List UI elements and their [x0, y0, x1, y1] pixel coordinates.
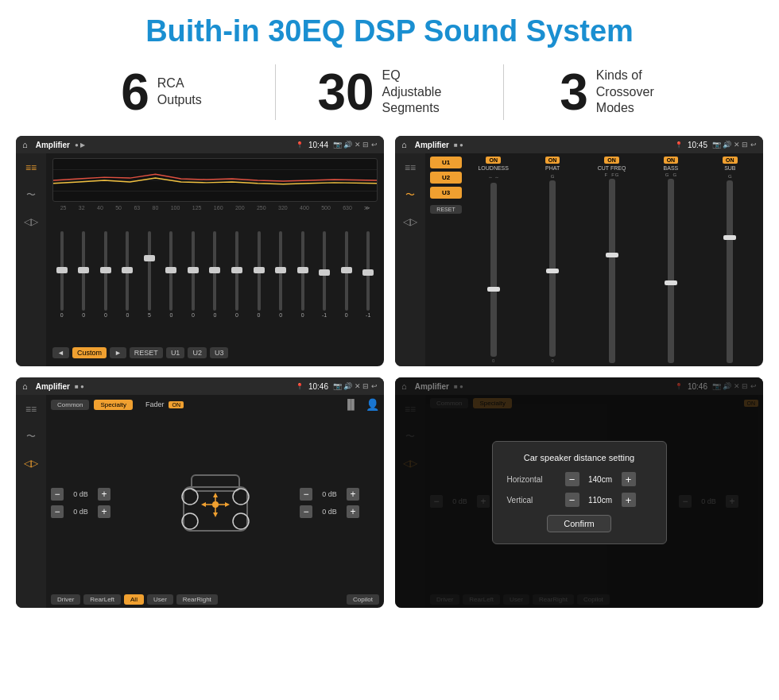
copilot-button[interactable]: Copilot	[347, 594, 379, 605]
xo-home-icon[interactable]: ⌂	[401, 140, 407, 149]
xo-reset-button[interactable]: RESET	[430, 205, 462, 214]
rl-minus-button[interactable]: −	[51, 505, 64, 518]
fr-plus-button[interactable]: +	[347, 488, 359, 501]
fader-on-badge: ON	[169, 401, 184, 408]
xo-channel-bass: ON BASS GG	[642, 157, 699, 363]
xo-channel-phat: ON PHAT G 0	[524, 157, 580, 363]
loudness-label: LOUDNESS	[478, 165, 509, 171]
eq-icon-speaker[interactable]: ◁▷	[20, 214, 42, 230]
vertical-label: Vertical	[507, 496, 559, 505]
driver-button[interactable]: Driver	[51, 594, 80, 605]
eq-play-button[interactable]: ►	[110, 347, 126, 358]
stats-row: 6 RCAOutputs 30 EQ AdjustableSegments 3 …	[0, 58, 779, 131]
fader-screen: ⌂ Amplifier ■ ● 📍 10:46 📷 🔊 ✕ ⊟ ↩ ≡≡ 〜 ◁…	[16, 377, 384, 608]
cutfreq-slider[interactable]	[609, 179, 615, 363]
eq-screen-title: Amplifier	[36, 141, 70, 149]
xo-side-icons: ≡≡ 〜 ◁▷	[395, 153, 425, 366]
rear-right-button[interactable]: RearRight	[176, 594, 218, 605]
fader-control-rl: − 0 dB +	[51, 505, 130, 518]
eq-u1-button[interactable]: U1	[166, 347, 185, 358]
fader-icon-wave[interactable]: 〜	[20, 428, 42, 444]
loudness-toggle[interactable]: ON	[486, 157, 501, 164]
xo-icon-speaker[interactable]: ◁▷	[399, 214, 421, 230]
xo-u2-button[interactable]: U2	[430, 172, 462, 184]
fl-minus-button[interactable]: −	[51, 488, 64, 501]
sub-slider[interactable]	[727, 180, 733, 363]
all-button[interactable]: All	[124, 594, 144, 605]
eq-slider-3[interactable]: 0	[118, 231, 138, 327]
cutfreq-toggle[interactable]: ON	[604, 157, 619, 164]
eq-custom-button[interactable]: Custom	[72, 347, 107, 358]
eq-u2-button[interactable]: U2	[188, 347, 207, 358]
fr-minus-button[interactable]: −	[300, 488, 312, 501]
xo-u3-button[interactable]: U3	[430, 187, 462, 199]
fader-person-icon: 👤	[366, 398, 379, 411]
eq-topbar-icons: 📷 🔊 ✕ ⊟ ↩	[333, 141, 378, 149]
bass-slider[interactable]	[668, 179, 674, 363]
stat-label-eq: EQ AdjustableSegments	[382, 68, 462, 117]
vertical-value: 110cm	[583, 496, 618, 505]
eq-graph	[52, 158, 378, 202]
svg-marker-15	[225, 502, 230, 507]
user-button[interactable]: User	[147, 594, 173, 605]
eq-u3-button[interactable]: U3	[210, 347, 229, 358]
sub-label: SUB	[724, 165, 735, 171]
xo-u1-button[interactable]: U1	[430, 157, 462, 168]
rl-db-value: 0 dB	[67, 508, 95, 516]
eq-prev-button[interactable]: ◄	[52, 347, 69, 358]
location-icon: 📍	[296, 141, 304, 149]
eq-slider-12[interactable]: -1	[315, 231, 334, 327]
eq-slider-2[interactable]: 0	[96, 231, 115, 327]
stat-number-crossover: 3	[560, 67, 588, 118]
eq-topbar: ⌂ Amplifier ● ▶ 📍 10:44 📷 🔊 ✕ ⊟ ↩	[16, 136, 384, 153]
eq-slider-11[interactable]: 0	[293, 231, 312, 327]
eq-slider-8[interactable]: 0	[227, 231, 246, 327]
xo-screen-title: Amplifier	[415, 141, 449, 149]
rr-plus-button[interactable]: +	[347, 505, 359, 518]
phat-slider[interactable]	[549, 180, 556, 357]
eq-slider-10[interactable]: 0	[271, 231, 290, 327]
xo-channel-sub: ON SUB G	[702, 157, 758, 363]
eq-slider-9[interactable]: 0	[250, 231, 269, 327]
rl-plus-button[interactable]: +	[98, 505, 110, 518]
eq-slider-7[interactable]: 0	[206, 231, 225, 327]
eq-side-icons: ≡≡ 〜 ◁▷	[16, 153, 46, 366]
eq-slider-5[interactable]: 0	[162, 231, 181, 327]
fader-icon-speaker[interactable]: ◁▷	[20, 455, 42, 471]
eq-slider-13[interactable]: 0	[337, 231, 356, 327]
xo-icon-wave[interactable]: 〜	[399, 187, 421, 203]
bass-label: BASS	[664, 165, 679, 171]
bass-toggle[interactable]: ON	[664, 157, 679, 164]
eq-slider-14[interactable]: -1	[358, 231, 378, 327]
specialty-tab[interactable]: Specialty	[94, 400, 132, 410]
page-title: Buith-in 30EQ DSP Sound System	[0, 0, 779, 58]
sub-toggle[interactable]: ON	[723, 157, 738, 164]
vertical-minus-button[interactable]: −	[565, 493, 579, 507]
fl-plus-button[interactable]: +	[98, 488, 110, 501]
horizontal-minus-button[interactable]: −	[565, 472, 579, 486]
rr-minus-button[interactable]: −	[300, 505, 312, 518]
fader-icon-eq[interactable]: ≡≡	[20, 401, 42, 417]
xo-icon-equalizer[interactable]: ≡≡	[399, 160, 421, 176]
eq-icon-equalizer[interactable]: ≡≡	[20, 160, 42, 176]
horizontal-value-control: − 140cm +	[565, 472, 636, 486]
fader-left-controls: − 0 dB + − 0 dB +	[51, 488, 130, 518]
eq-slider-4[interactable]: 5	[140, 231, 159, 327]
rear-left-button[interactable]: RearLeft	[83, 594, 121, 605]
horizontal-plus-button[interactable]: +	[622, 472, 636, 486]
confirm-button[interactable]: Confirm	[547, 515, 611, 532]
vertical-plus-button[interactable]: +	[622, 493, 636, 507]
fader-home-icon[interactable]: ⌂	[22, 381, 28, 391]
eq-slider-6[interactable]: 0	[184, 231, 203, 327]
home-icon[interactable]: ⌂	[22, 140, 28, 149]
loudness-slider[interactable]	[490, 183, 497, 357]
common-tab[interactable]: Common	[51, 400, 89, 410]
xo-channel-loudness: ON LOUDNESS ～～ 0	[465, 157, 521, 363]
xo-channels: ON LOUDNESS ～～ 0 ON PHAT G	[465, 157, 758, 363]
phat-toggle[interactable]: ON	[545, 157, 560, 164]
eq-sliders-area: 0 0 0 0 5 0 0 0 0 0 0 0 -1 0 -1	[52, 215, 378, 342]
eq-slider-0[interactable]: 0	[52, 231, 72, 327]
eq-reset-button[interactable]: RESET	[130, 347, 163, 358]
eq-slider-1[interactable]: 0	[75, 231, 94, 327]
eq-icon-wave[interactable]: 〜	[20, 187, 42, 203]
